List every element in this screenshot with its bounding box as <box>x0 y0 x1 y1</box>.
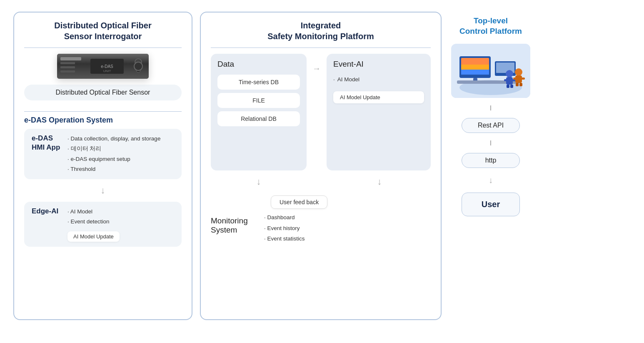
monitoring-feature-3: Event statistics <box>264 233 431 244</box>
svg-rect-29 <box>521 78 525 80</box>
middle-panel-title: IntegratedSafety Monitoring Platform <box>211 20 431 42</box>
connector-line-2 <box>490 140 491 145</box>
left-section-divider <box>24 111 182 112</box>
svg-rect-28 <box>513 78 517 80</box>
svg-point-6 <box>136 68 140 73</box>
middle-arrows-row: ↓ ↓ <box>211 176 431 187</box>
control-platform-img <box>451 44 530 98</box>
edge-ai-content: AI Model Event detection AI Model Update <box>67 207 120 242</box>
control-platform-svg <box>451 44 530 98</box>
right-title: Top-levelControl Platform <box>459 16 522 36</box>
svg-rect-24 <box>507 85 509 88</box>
device-image-area: e-DAS UNIT <box>24 54 182 79</box>
svg-text:UNIT: UNIT <box>103 69 111 73</box>
monitoring-feature-1: Dashboard <box>264 212 431 223</box>
user-badge: User <box>462 193 520 216</box>
user-label: User <box>482 200 500 209</box>
svg-rect-1 <box>60 57 81 60</box>
arrow-down-eventai: ↓ <box>328 176 431 187</box>
hmi-feature-1: Data collection, display, and storage <box>67 134 160 144</box>
svg-rect-4 <box>60 70 75 73</box>
svg-rect-31 <box>519 83 522 86</box>
db-card-2: FILE <box>217 93 300 108</box>
eventai-feature-1: ·AI Model <box>333 75 424 85</box>
edas-hmi-card: e-DASHMI App Data collection, display, a… <box>24 129 182 179</box>
db-card-3: Relational DB <box>217 111 300 126</box>
eventai-title: Event-AI <box>333 60 424 69</box>
edge-ai-feature-1: AI Model <box>67 207 120 217</box>
svg-rect-22 <box>504 79 508 81</box>
hmi-feature-3: e-DAS equipment setup <box>67 154 160 164</box>
arrow-down-to-user: ↓ <box>489 175 493 185</box>
sensor-label: Distributed Optical Fiber Sensor <box>24 85 182 100</box>
db-card-1: Time-series DB <box>217 75 300 90</box>
edas-hmi-label: e-DASHMI App <box>32 134 62 152</box>
edge-ai-card: Edge-AI AI Model Event detection AI Mode… <box>24 202 182 247</box>
ai-model-update-badge2: AI Model Update <box>333 91 424 103</box>
edas-section: e-DASHMI App Data collection, display, a… <box>24 129 182 247</box>
connector-line-1 <box>490 105 491 110</box>
svg-point-26 <box>515 68 522 76</box>
monitoring-features: Dashboard Event history Event statistics <box>262 212 431 244</box>
svg-rect-15 <box>461 70 489 75</box>
left-panel-divider <box>24 48 182 48</box>
eventai-subpanel: Event-AI ·AI Model AI Model Update <box>327 54 431 170</box>
arrow-down-edas: ↓ <box>24 185 182 196</box>
edge-ai-feature-2: Event detection <box>67 217 120 227</box>
http-badge: http <box>462 153 520 168</box>
monitoring-label: MonitoringSystem <box>211 195 257 235</box>
main-container: Distributed Optical FiberSensor Interrog… <box>0 0 644 343</box>
left-panel-title: Distributed Optical FiberSensor Interrog… <box>24 20 182 42</box>
monitoring-right: User feed back Dashboard Event history E… <box>262 195 431 244</box>
left-panel: Distributed Optical FiberSensor Interrog… <box>13 12 192 320</box>
hmi-feature-2: 데이터 처리 <box>67 144 160 154</box>
edas-title: e-DAS Operation System <box>24 116 182 125</box>
svg-point-5 <box>135 59 142 65</box>
spacer <box>312 176 322 187</box>
hmi-feature-4: Threshold <box>67 164 160 174</box>
middle-panel: IntegratedSafety Monitoring Platform Dat… <box>200 12 442 320</box>
right-panel: Top-levelControl Platform <box>449 12 532 216</box>
device-image: e-DAS UNIT <box>57 54 149 79</box>
user-feedback-badge: User feed back <box>271 195 327 209</box>
svg-rect-3 <box>60 66 75 68</box>
middle-top-row: Data Time-series DB FILE Relational DB →… <box>211 54 431 170</box>
monitoring-section: MonitoringSystem User feed back Dashboar… <box>211 195 431 244</box>
ai-model-update-badge: AI Model Update <box>67 231 120 242</box>
api-badge: Rest API <box>462 118 520 133</box>
edge-ai-label: Edge-AI <box>32 207 62 216</box>
data-subpanel: Data Time-series DB FILE Relational DB <box>211 54 307 170</box>
svg-rect-14 <box>461 65 489 70</box>
arrow-down-data: ↓ <box>211 176 307 187</box>
monitoring-feature-2: Event history <box>264 223 431 234</box>
svg-rect-30 <box>516 83 519 86</box>
svg-rect-25 <box>510 85 513 88</box>
svg-point-20 <box>506 70 513 78</box>
middle-panel-divider <box>211 48 431 48</box>
data-title: Data <box>217 60 300 69</box>
arrow-right-data-eventai: → <box>312 54 321 170</box>
svg-text:e-DAS: e-DAS <box>101 64 113 69</box>
device-svg: e-DAS UNIT <box>57 54 149 79</box>
svg-rect-2 <box>60 62 75 64</box>
edas-hmi-features: Data collection, display, and storage 데이… <box>67 134 160 174</box>
edge-ai-features: AI Model Event detection <box>67 207 120 227</box>
